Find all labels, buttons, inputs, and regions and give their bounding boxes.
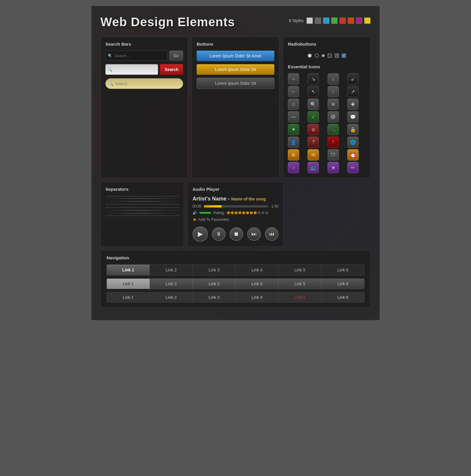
icon-btn-8[interactable]: ⌂ bbox=[288, 99, 299, 110]
nav3-item-5[interactable]: Link 6 bbox=[321, 292, 364, 302]
icon-btn-9[interactable]: 🔍 bbox=[308, 99, 319, 110]
nav1-item-4[interactable]: Link 5 bbox=[278, 265, 321, 275]
nav1-item-1[interactable]: Link 2 bbox=[150, 265, 193, 275]
rating-dot-7 bbox=[254, 211, 257, 214]
swatch-6[interactable] bbox=[356, 17, 362, 24]
separator-8 bbox=[105, 215, 179, 216]
icon-btn-21[interactable]: ? bbox=[308, 137, 319, 148]
nav1-item-0[interactable]: Link 1 bbox=[107, 265, 150, 275]
icon-btn-1[interactable]: ↘ bbox=[308, 73, 319, 84]
search-input-2[interactable] bbox=[105, 64, 158, 75]
rating-dot-8 bbox=[258, 211, 261, 214]
pause-button[interactable]: ⏸ bbox=[212, 227, 225, 241]
play-button[interactable]: ▶ bbox=[193, 226, 208, 242]
icon-btn-23[interactable]: 🌐 bbox=[347, 137, 359, 148]
nav1-item-2[interactable]: Link 3 bbox=[193, 265, 236, 275]
icon-btn-31[interactable]: ✏ bbox=[347, 162, 359, 173]
icon-btn-27[interactable]: ⏰ bbox=[347, 149, 359, 160]
icon-btn-3[interactable]: ↙ bbox=[347, 73, 359, 84]
search-button[interactable]: Search bbox=[160, 64, 183, 75]
nav3-item-1[interactable]: Link 2 bbox=[150, 292, 193, 302]
icon-btn-13[interactable]: ✓ bbox=[308, 111, 319, 122]
prev-button[interactable]: ⏮ bbox=[265, 227, 278, 241]
search-bar-3: 🔍 bbox=[105, 78, 183, 89]
nav3-item-2[interactable]: Link 3 bbox=[193, 292, 236, 302]
volume-bar[interactable] bbox=[199, 212, 211, 214]
swatch-2[interactable] bbox=[323, 17, 329, 24]
stop-button[interactable]: ⏹ bbox=[230, 227, 243, 241]
nav1-item-3[interactable]: Link 4 bbox=[236, 265, 278, 275]
checkbox-checked-2[interactable] bbox=[342, 54, 346, 58]
icon-btn-6[interactable]: ↑ bbox=[328, 86, 339, 97]
nav3-item-3[interactable]: Link 4 bbox=[236, 292, 278, 302]
rating-dots bbox=[227, 211, 268, 214]
go-button[interactable]: Go bbox=[169, 51, 183, 61]
separator-5 bbox=[105, 207, 179, 208]
separator-2 bbox=[105, 198, 179, 199]
essential-icons-title: Essential Icons bbox=[288, 64, 366, 69]
icons-grid: →↘↓↙←↖↑↗⌂🔍✕✚—✓@💬♥⊘📞🔒👤?!🌐⚙✉🛡⏰♪📺★✏ bbox=[288, 73, 366, 173]
icon-btn-24[interactable]: ⚙ bbox=[288, 149, 299, 160]
rating-dot-2 bbox=[235, 211, 238, 214]
icon-btn-15[interactable]: 💬 bbox=[347, 111, 359, 122]
icon-btn-18[interactable]: 📞 bbox=[328, 124, 339, 135]
checkbox-checked-1[interactable] bbox=[335, 54, 339, 58]
icon-btn-14[interactable]: @ bbox=[328, 111, 339, 122]
button-blue[interactable]: Lorem Ipsum Dolor Sit Amet bbox=[197, 51, 274, 61]
separator-4 bbox=[105, 204, 179, 205]
swatch-1[interactable] bbox=[315, 17, 321, 24]
swatch-3[interactable] bbox=[331, 17, 338, 24]
top-grid: Search Bars 🔍 Go 🔍 Search bbox=[100, 37, 371, 178]
icon-btn-2[interactable]: ↓ bbox=[328, 73, 339, 84]
icon-btn-17[interactable]: ⊘ bbox=[308, 124, 319, 135]
swatch-7[interactable] bbox=[364, 17, 371, 24]
search-input-1[interactable] bbox=[105, 51, 167, 61]
radio-row bbox=[288, 51, 366, 61]
search-input-3[interactable] bbox=[105, 78, 183, 89]
icon-btn-7[interactable]: ↗ bbox=[347, 86, 359, 97]
icon-btn-25[interactable]: ✉ bbox=[308, 149, 319, 160]
icon-btn-12[interactable]: — bbox=[288, 111, 299, 122]
icon-btn-0[interactable]: → bbox=[288, 73, 299, 84]
nav2-item-2[interactable]: Link 3 bbox=[193, 279, 236, 289]
nav2-item-1[interactable]: Link 2 bbox=[150, 279, 193, 289]
nav2-item-5[interactable]: Link 6 bbox=[321, 279, 364, 289]
search-bars-panel: Search Bars 🔍 Go 🔍 Search bbox=[100, 37, 188, 178]
swatch-5[interactable] bbox=[348, 17, 354, 24]
nav2-item-4[interactable]: Link 5 bbox=[278, 279, 321, 289]
swatch-4[interactable] bbox=[339, 17, 346, 24]
icon-btn-29[interactable]: 📺 bbox=[308, 162, 319, 173]
icon-btn-20[interactable]: 👤 bbox=[288, 137, 299, 148]
icon-btn-19[interactable]: 🔒 bbox=[347, 124, 359, 135]
radio-outline[interactable] bbox=[315, 54, 319, 58]
search-bar-2: 🔍 Search bbox=[105, 64, 183, 75]
icon-btn-30[interactable]: ★ bbox=[328, 162, 339, 173]
swatch-0[interactable] bbox=[306, 17, 313, 24]
icon-btn-22[interactable]: ! bbox=[328, 137, 339, 148]
radio-small[interactable] bbox=[322, 54, 325, 57]
nav3-item-4[interactable]: Link 5 bbox=[278, 292, 321, 302]
icon-btn-4[interactable]: ← bbox=[288, 86, 299, 97]
nav3-item-0[interactable]: Link 1 bbox=[107, 292, 150, 302]
icon-btn-10[interactable]: ✕ bbox=[328, 99, 339, 110]
button-gold[interactable]: Lorem Ipsum Dolor Sit bbox=[197, 64, 274, 75]
button-dark[interactable]: Lorem Ipsum Dolor Sit bbox=[197, 78, 274, 89]
next-button[interactable]: ⏭ bbox=[247, 227, 261, 241]
icon-btn-5[interactable]: ↖ bbox=[308, 86, 319, 97]
radio-filled[interactable] bbox=[308, 54, 312, 58]
progress-bar-bg[interactable] bbox=[204, 205, 268, 208]
volume-row: 🔊 Rating: bbox=[193, 211, 278, 215]
buttons-title: Buttons bbox=[197, 42, 274, 47]
nav2-item-0[interactable]: Link 1 bbox=[107, 279, 150, 289]
nav2-item-3[interactable]: Link 4 bbox=[236, 279, 278, 289]
rating-dot-4 bbox=[242, 211, 245, 214]
icon-btn-11[interactable]: ✚ bbox=[347, 99, 359, 110]
checkbox-unchecked[interactable] bbox=[328, 54, 332, 58]
search-icon-1: 🔍 bbox=[108, 54, 112, 58]
icon-btn-16[interactable]: ♥ bbox=[288, 124, 299, 135]
icon-btn-28[interactable]: ♪ bbox=[288, 162, 299, 173]
nav1-item-5[interactable]: Link 6 bbox=[321, 265, 364, 275]
separators-title: Separators bbox=[105, 187, 179, 192]
rating-dot-6 bbox=[250, 211, 253, 214]
icon-btn-26[interactable]: 🛡 bbox=[328, 149, 339, 160]
